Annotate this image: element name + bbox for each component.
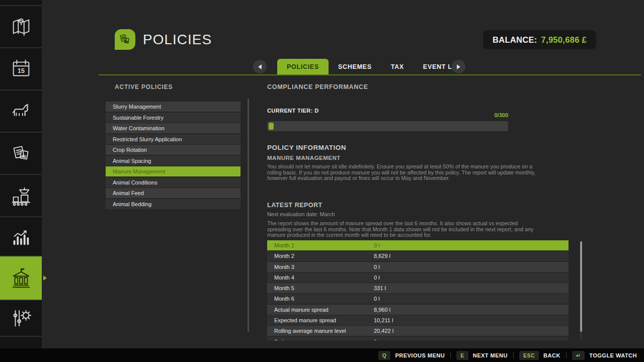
- report-table-row[interactable]: Month 1 0 l: [267, 240, 569, 250]
- shortcut-item[interactable]: ↵ TOGGLE WATCH: [566, 351, 637, 360]
- row-label: Month 6: [274, 296, 294, 302]
- shortcut-item[interactable]: E NEXT MENU: [450, 351, 508, 360]
- row-value: 0 l: [374, 264, 380, 270]
- report-table-scrollbar[interactable]: [580, 241, 582, 339]
- compliance-progress-bar: [267, 121, 508, 131]
- sidebar-item-partial: [0, 0, 42, 5]
- documents-icon: [118, 33, 132, 46]
- policy-list-item[interactable]: Manure Management: [106, 166, 240, 176]
- row-label: Rating: [274, 339, 290, 340]
- row-value: 10,211 l: [374, 317, 393, 323]
- policy-detail-content: COMPLIANCE PERFORMANCE CURRENT TIER: D 0…: [267, 80, 569, 344]
- page-title: POLICIES: [143, 32, 212, 48]
- chevron-right-icon: [457, 64, 460, 69]
- policy-list-item[interactable]: Water Contamination: [106, 123, 240, 133]
- page-icon-policies: [115, 29, 135, 50]
- tab-prev-button[interactable]: [253, 60, 267, 73]
- shortcut-label: BACK: [543, 352, 560, 358]
- chevron-left-icon: [258, 64, 262, 69]
- policy-information-heading: POLICY INFORMATION: [267, 144, 346, 151]
- report-table-row[interactable]: Actual manure spread 8,960 l: [267, 305, 569, 315]
- sidebar-item-policies[interactable]: [0, 256, 42, 300]
- row-value: 0: [374, 339, 377, 340]
- row-label: Month 5: [274, 285, 294, 291]
- row-label: Month 3: [274, 264, 294, 270]
- tab-next-button[interactable]: [452, 60, 465, 73]
- active-policies-panel: ACTIVE POLICIES Slurry ManagementSustain…: [106, 83, 240, 210]
- row-value: 0 l: [374, 296, 380, 302]
- balance-label: BALANCE:: [493, 35, 537, 45]
- latest-report-heading: LATEST REPORT: [267, 202, 323, 209]
- policies-screen: 15: [0, 0, 644, 362]
- tab[interactable]: TAX: [381, 59, 414, 74]
- svg-text:15: 15: [18, 67, 25, 74]
- report-table: Month 1 0 l Month 2 8,629 l Month 3 0 l …: [267, 240, 569, 340]
- shortcut-label: PREVIOUS MENU: [395, 352, 445, 358]
- key-badge: ESC: [519, 351, 539, 360]
- policy-list-item[interactable]: Animal Conditions: [106, 177, 240, 188]
- shortcut-item[interactable]: ESC BACK: [513, 351, 560, 360]
- policy-list-item[interactable]: Animal Feed: [106, 188, 240, 198]
- report-table-row[interactable]: Month 2 8,629 l: [267, 251, 569, 261]
- row-value: 331 l: [374, 285, 386, 291]
- report-description: The report shows the amount of manure sp…: [267, 221, 541, 238]
- report-table-row[interactable]: Expected manure spread 10,211 l: [267, 315, 569, 325]
- shortcut-label: TOGGLE WATCH: [589, 352, 637, 358]
- shortcut-item[interactable]: Q PREVIOUS MENU: [378, 351, 445, 360]
- production-icon: [10, 184, 33, 207]
- tabs-underline: [99, 74, 641, 75]
- sidebar-item-finances[interactable]: [0, 133, 42, 174]
- policy-list-item[interactable]: Sustainable Forestry: [106, 113, 240, 123]
- policy-list-item[interactable]: Restricted Slurry Application: [106, 134, 240, 144]
- policy-list-item[interactable]: Animal Bedding: [106, 199, 240, 209]
- row-label: Expected manure spread: [274, 317, 336, 323]
- row-label: Actual manure spread: [274, 307, 329, 313]
- sidebar-item-production[interactable]: [0, 175, 42, 216]
- active-policies-heading: ACTIVE POLICIES: [115, 83, 240, 90]
- report-table-row[interactable]: Month 6 0 l: [267, 294, 569, 304]
- policy-list-item[interactable]: Animal Spacing: [106, 156, 240, 166]
- sidebar-item-map[interactable]: [0, 6, 42, 47]
- policy-list-item[interactable]: Slurry Management: [106, 102, 240, 112]
- scrollbar-thumb[interactable]: [580, 241, 582, 332]
- sidebar: 15: [0, 0, 42, 348]
- compliance-heading: COMPLIANCE PERFORMANCE: [267, 83, 368, 90]
- report-table-row[interactable]: Rolling average manure level 20,422 l: [267, 326, 569, 336]
- cow-icon: [10, 100, 33, 123]
- report-table-row[interactable]: Month 4 0 l: [267, 273, 569, 283]
- statistics-icon: [10, 225, 33, 248]
- balance-value: 7,950,686 £: [541, 35, 587, 45]
- shortcut-label: NEXT MENU: [473, 352, 508, 358]
- bank-icon: [10, 266, 33, 290]
- compliance-progress-value: 0/300: [494, 112, 508, 118]
- balance-badge: BALANCE: 7,950,686 £: [483, 30, 596, 49]
- report-table-row[interactable]: Month 5 331 l: [267, 283, 569, 293]
- key-badge: Q: [378, 351, 391, 360]
- key-badge: E: [456, 351, 468, 360]
- tab-bar: POLICIESSCHEMESTAXEVENT LOG: [277, 59, 472, 74]
- sidebar-item-statistics[interactable]: [0, 217, 42, 255]
- tab[interactable]: POLICIES: [277, 59, 329, 74]
- report-table-row[interactable]: Rating 0: [267, 337, 569, 340]
- row-value: 8,629 l: [374, 253, 390, 259]
- compliance-progress-fill: [269, 123, 274, 130]
- report-table-row[interactable]: Month 3 0 l: [267, 262, 569, 272]
- sidebar-item-partial-bottom: [0, 337, 42, 348]
- sidebar-item-calendar[interactable]: 15: [0, 48, 42, 89]
- map-icon: [10, 15, 33, 38]
- key-badge: ↵: [572, 351, 585, 360]
- row-value: 0 l: [374, 275, 380, 281]
- row-label: Month 2: [274, 253, 294, 259]
- documents-icon: [10, 142, 33, 165]
- bottom-bar: Q PREVIOUS MENU E NEXT MENU ESC BACK ↵ T…: [0, 348, 644, 362]
- policy-description: You should not let manure sit idle indef…: [267, 164, 541, 182]
- row-label: Rolling average manure level: [274, 328, 346, 334]
- row-label: Month 1: [274, 242, 294, 248]
- tab[interactable]: SCHEMES: [329, 59, 381, 74]
- sidebar-item-settings[interactable]: [0, 301, 42, 336]
- policy-list-scrollbar[interactable]: [248, 99, 249, 332]
- sidebar-item-animals[interactable]: [0, 90, 42, 132]
- settings-sliders-gear-icon: [10, 307, 33, 330]
- row-value: 0 l: [374, 242, 380, 248]
- policy-list-item[interactable]: Crop Rotation: [106, 145, 240, 155]
